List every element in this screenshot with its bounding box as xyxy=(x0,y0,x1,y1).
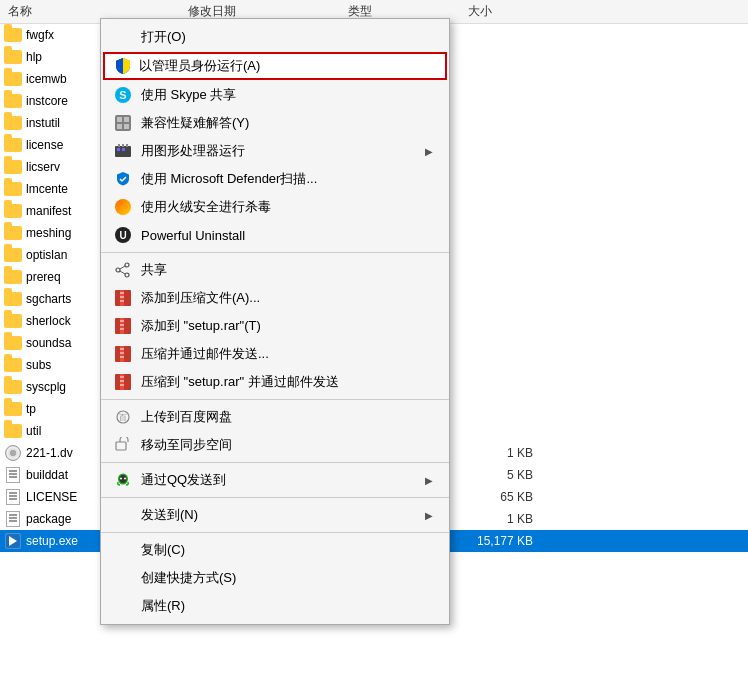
menu-item-copy[interactable]: 复制(C) xyxy=(101,536,449,564)
menu-item-defender[interactable]: 使用 Microsoft Defender扫描... xyxy=(101,165,449,193)
menu-label: 通过QQ发送到 xyxy=(141,471,425,489)
menu-item-skype-share[interactable]: S 使用 Skype 共享 xyxy=(101,81,449,109)
huohu-icon xyxy=(113,197,133,217)
svg-point-14 xyxy=(116,268,120,272)
menu-separator xyxy=(101,532,449,533)
svg-rect-40 xyxy=(116,442,126,450)
folder-icon xyxy=(4,50,22,64)
chevron-icon: ▶ xyxy=(425,146,433,157)
menu-item-gpu[interactable]: 用图形处理器运行 ▶ xyxy=(101,137,449,165)
svg-rect-37 xyxy=(120,384,124,386)
menu-label: 压缩到 "setup.rar" 并通过邮件发送 xyxy=(141,373,433,391)
menu-label: 复制(C) xyxy=(141,541,433,559)
file-size: 65 KB xyxy=(461,490,541,504)
svg-point-43 xyxy=(120,478,122,480)
defender-icon xyxy=(113,169,133,189)
file-icon xyxy=(4,334,22,352)
file-size: 1 KB xyxy=(461,446,541,460)
file-icon xyxy=(4,532,22,550)
file-icon xyxy=(4,400,22,418)
menu-item-share[interactable]: 共享 xyxy=(101,256,449,284)
folder-icon xyxy=(4,28,22,42)
file-icon xyxy=(4,378,22,396)
folder-icon xyxy=(4,292,22,306)
file-icon xyxy=(4,290,22,308)
menu-separator xyxy=(101,252,449,253)
doc-icon xyxy=(6,467,20,483)
menu-item-compress-email[interactable]: 压缩并通过邮件发送... xyxy=(101,340,449,368)
menu-label: 发送到(N) xyxy=(141,506,425,524)
menu-item-properties[interactable]: 属性(R) xyxy=(101,592,449,620)
file-size: 5 KB xyxy=(461,468,541,482)
folder-icon xyxy=(4,94,22,108)
menu-item-add-archive[interactable]: 添加到压缩文件(A)... xyxy=(101,284,449,312)
svg-rect-25 xyxy=(120,320,124,322)
empty-icon xyxy=(113,568,133,588)
menu-separator xyxy=(101,497,449,498)
menu-item-run-as-admin[interactable]: 以管理员身份运行(A) xyxy=(103,52,447,80)
menu-item-qq-send[interactable]: 通过QQ发送到 ▶ xyxy=(101,466,449,494)
chevron-icon: ▶ xyxy=(425,510,433,521)
file-icon xyxy=(4,422,22,440)
folder-icon xyxy=(4,138,22,152)
menu-item-move-sync[interactable]: 移动至同步空间 xyxy=(101,431,449,459)
file-icon xyxy=(4,246,22,264)
baidu-icon: 百 xyxy=(113,407,133,427)
svg-point-13 xyxy=(125,263,129,267)
menu-label: 压缩并通过邮件发送... xyxy=(141,345,433,363)
menu-label: 属性(R) xyxy=(141,597,433,615)
menu-label: 添加到 "setup.rar"(T) xyxy=(141,317,433,335)
menu-item-compat[interactable]: 兼容性疑难解答(Y) xyxy=(101,109,449,137)
archive-icon xyxy=(113,288,133,308)
menu-label: 使用 Skype 共享 xyxy=(141,86,433,104)
file-icon xyxy=(4,444,22,462)
menu-item-huohu[interactable]: 使用火绒安全进行杀毒 xyxy=(101,193,449,221)
svg-rect-8 xyxy=(117,148,120,151)
svg-point-15 xyxy=(125,273,129,277)
svg-line-16 xyxy=(120,266,125,269)
svg-rect-30 xyxy=(120,348,124,350)
file-icon xyxy=(4,466,22,484)
context-menu: 打开(O) 以管理员身份运行(A) S 使用 Skype 共享 xyxy=(100,18,450,625)
svg-rect-4 xyxy=(124,117,129,122)
shield-icon xyxy=(115,57,131,75)
folder-icon xyxy=(4,248,22,262)
svg-rect-21 xyxy=(120,296,124,298)
file-icon xyxy=(4,114,22,132)
file-explorer: 名称 修改日期 类型 大小 fwgfx 文件夹 hlp 文件夹 icemwb 文… xyxy=(0,0,748,683)
empty-icon xyxy=(113,540,133,560)
file-icon xyxy=(4,136,22,154)
menu-item-baidu-upload[interactable]: 百 上传到百度网盘 xyxy=(101,403,449,431)
folder-icon xyxy=(4,72,22,86)
empty-icon xyxy=(113,27,133,47)
doc-icon xyxy=(6,489,20,505)
menu-label: 添加到压缩文件(A)... xyxy=(141,289,433,307)
svg-rect-11 xyxy=(122,144,124,147)
archive-icon xyxy=(113,372,133,392)
menu-label: 兼容性疑难解答(Y) xyxy=(141,114,433,132)
dvd-icon xyxy=(5,445,21,461)
menu-item-compress-email2[interactable]: 压缩到 "setup.rar" 并通过邮件发送 xyxy=(101,368,449,396)
menu-item-uninstall[interactable]: U Powerful Uninstall xyxy=(101,221,449,249)
folder-icon xyxy=(4,182,22,196)
svg-rect-31 xyxy=(120,352,124,354)
folder-icon xyxy=(4,270,22,284)
svg-rect-20 xyxy=(120,292,124,294)
menu-item-open[interactable]: 打开(O) xyxy=(101,23,449,51)
col-header-size[interactable]: 大小 xyxy=(460,3,540,20)
file-icon xyxy=(4,488,22,506)
menu-item-create-shortcut[interactable]: 创建快捷方式(S) xyxy=(101,564,449,592)
menu-label: 创建快捷方式(S) xyxy=(141,569,433,587)
menu-label: 共享 xyxy=(141,261,433,279)
file-icon xyxy=(4,70,22,88)
file-size: 15,177 KB xyxy=(461,534,541,548)
menu-item-add-setup-rar[interactable]: 添加到 "setup.rar"(T) xyxy=(101,312,449,340)
menu-item-send-to[interactable]: 发送到(N) ▶ xyxy=(101,501,449,529)
svg-rect-7 xyxy=(115,146,131,157)
doc-icon xyxy=(6,511,20,527)
file-icon xyxy=(4,48,22,66)
folder-icon xyxy=(4,336,22,350)
svg-rect-26 xyxy=(120,324,124,326)
archive-icon xyxy=(113,344,133,364)
file-icon xyxy=(4,356,22,374)
